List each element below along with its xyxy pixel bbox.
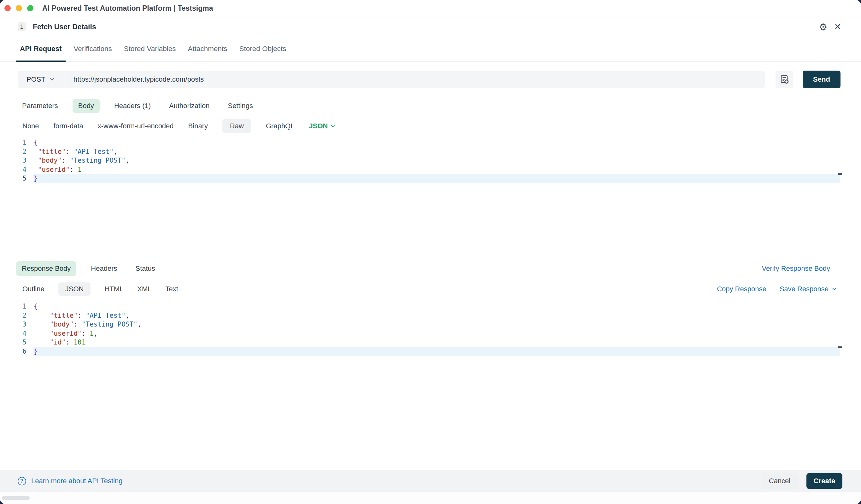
request-tab-body[interactable]: Body — [72, 99, 100, 113]
response-tab-status[interactable]: Status — [132, 261, 159, 276]
api-test-modal: AI Powered Test Automation Platform | Te… — [0, 0, 861, 504]
format-tab-json[interactable]: JSON — [58, 282, 91, 296]
horizontal-scrollbar — [0, 492, 861, 504]
window-close-traffic-light[interactable] — [4, 5, 11, 11]
code-line-content: "body": "Testing POST", — [33, 320, 861, 329]
editor-right-border — [840, 302, 840, 468]
window-title: AI Powered Test Automation Platform | Te… — [42, 0, 213, 16]
close-icon[interactable]: ✕ — [833, 22, 843, 32]
body-type-options: Noneform-datax-www-form-url-encodedBinar… — [23, 118, 334, 134]
url-input[interactable]: https://jsonplaceholder.typicode.com/pos… — [65, 75, 765, 84]
tab-attachments[interactable]: Attachments — [184, 37, 231, 62]
request-tab-headers-1-[interactable]: Headers (1) — [110, 99, 154, 113]
learn-more-label: Learn more about API Testing — [31, 477, 122, 485]
code-line-content: } — [33, 347, 840, 356]
response-tab-headers[interactable]: Headers — [87, 261, 121, 276]
panel-header: 1 Fetch User Details ⚙ ✕ — [0, 16, 861, 37]
window-minimize-traffic-light[interactable] — [16, 5, 22, 11]
line-number: 5 — [0, 338, 27, 347]
code-line[interactable]: 2 "title": "API Test", — [0, 311, 861, 320]
request-body-editor[interactable]: 1{2 "title": "API Test",3 "body": "Testi… — [0, 138, 861, 257]
line-number: 4 — [0, 165, 27, 174]
body-type-form-data[interactable]: form-data — [54, 119, 83, 133]
tab-stored-variables[interactable]: Stored Variables — [120, 37, 180, 62]
indent-guide — [36, 329, 36, 338]
settings-gear-icon[interactable]: ⚙ — [818, 22, 828, 32]
tab-verifications[interactable]: Verifications — [70, 37, 116, 62]
format-tab-text[interactable]: Text — [166, 282, 178, 296]
code-line[interactable]: 2 "title": "API Test", — [0, 147, 861, 156]
code-line[interactable]: 4 "userId": 1, — [0, 329, 861, 338]
code-line[interactable]: 5} — [0, 174, 861, 183]
add-to-request-button[interactable] — [776, 71, 793, 88]
response-body-editor[interactable]: 1{2 "title": "API Test",3 "body": "Testi… — [0, 302, 861, 468]
format-tab-outline[interactable]: Outline — [23, 282, 44, 296]
response-tabs: Response BodyHeadersStatus — [16, 261, 840, 276]
method-url-input: POST https://jsonplaceholder.typicode.co… — [18, 71, 765, 88]
tab-api-request[interactable]: API Request — [16, 37, 66, 62]
request-section-tabs: ParametersBodyHeaders (1)AuthorizationSe… — [18, 98, 257, 113]
tab-stored-objects[interactable]: Stored Objects — [236, 37, 290, 62]
line-number: 3 — [0, 320, 27, 329]
body-type-raw[interactable]: Raw — [222, 119, 251, 133]
body-type-none[interactable]: None — [23, 119, 39, 133]
request-url-row: POST https://jsonplaceholder.typicode.co… — [18, 71, 840, 88]
code-line[interactable]: 1{ — [0, 138, 861, 147]
horizontal-scrollbar-thumb[interactable] — [2, 496, 30, 500]
format-tab-html[interactable]: HTML — [105, 282, 123, 296]
code-line[interactable]: 4 "userId": 1 — [0, 165, 861, 174]
content-type-value: JSON — [309, 122, 328, 130]
body-type-graphql[interactable]: GraphQL — [266, 119, 295, 133]
indent-guide — [36, 311, 36, 320]
line-number: 1 — [0, 138, 27, 147]
code-line[interactable]: 3 "body": "Testing POST", — [0, 320, 861, 329]
window-titlebar: AI Powered Test Automation Platform | Te… — [0, 0, 861, 16]
code-line-content: "id": 101 — [33, 338, 861, 347]
code-line-content: "title": "API Test", — [33, 147, 861, 156]
create-button[interactable]: Create — [806, 473, 843, 489]
response-tab-response-body[interactable]: Response Body — [16, 261, 76, 276]
body-type-x-www-form-url-encoded[interactable]: x-www-form-url-encoded — [98, 119, 174, 133]
method-value: POST — [27, 75, 45, 84]
indent-guide — [36, 165, 36, 174]
help-question-icon: ? — [18, 477, 26, 486]
code-line[interactable]: 1{ — [0, 302, 861, 311]
window-zoom-traffic-light[interactable] — [27, 5, 33, 11]
code-line-content: "body": "Testing POST", — [33, 156, 861, 165]
code-line-content: "title": "API Test", — [33, 311, 861, 320]
save-response-link[interactable]: Save Response — [780, 285, 836, 293]
cancel-button[interactable]: Cancel — [762, 473, 797, 489]
code-line-content: "userId": 1 — [33, 165, 861, 174]
test-step-title: Fetch User Details — [33, 16, 96, 37]
verify-response-body-link[interactable]: Verify Response Body — [762, 261, 830, 276]
code-line[interactable]: 5 "id": 101 — [0, 338, 861, 347]
main-tabs: API RequestVerificationsStored Variables… — [0, 37, 861, 62]
response-format-tabs: OutlineJSONHTMLXMLText — [23, 282, 178, 296]
code-line-content: "userId": 1, — [33, 329, 861, 338]
page: AI Powered Test Automation Platform | Te… — [0, 0, 861, 504]
chevron-down-icon — [832, 286, 836, 290]
copy-response-link[interactable]: Copy Response — [717, 285, 766, 293]
line-number: 2 — [0, 311, 27, 320]
send-button[interactable]: Send — [803, 71, 840, 88]
indent-guide — [36, 156, 36, 165]
code-line[interactable]: 3 "body": "Testing POST", — [0, 156, 861, 165]
code-line-content: { — [33, 138, 861, 147]
method-dropdown[interactable]: POST — [18, 75, 65, 84]
line-number: 1 — [0, 302, 27, 311]
learn-more-link[interactable]: ? Learn more about API Testing — [18, 470, 122, 492]
indent-guide — [36, 338, 36, 347]
request-tab-settings[interactable]: Settings — [224, 99, 257, 113]
step-number-badge: 1 — [18, 23, 26, 31]
code-line[interactable]: 6} — [0, 347, 861, 356]
format-tab-xml[interactable]: XML — [137, 282, 151, 296]
footer-buttons: Cancel Create — [762, 473, 843, 489]
document-plus-icon — [779, 74, 790, 85]
content-type-dropdown[interactable]: JSON — [309, 122, 334, 130]
request-tab-parameters[interactable]: Parameters — [18, 99, 62, 113]
chevron-down-icon — [50, 76, 54, 81]
body-type-binary[interactable]: Binary — [188, 119, 208, 133]
line-number: 3 — [0, 156, 27, 165]
code-line-content: } — [33, 174, 840, 183]
request-tab-authorization[interactable]: Authorization — [165, 99, 213, 113]
